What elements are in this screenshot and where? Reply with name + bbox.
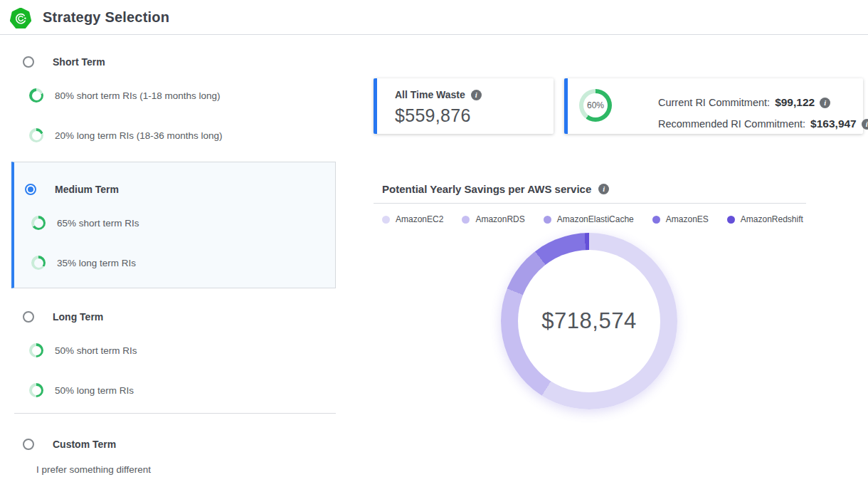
recommended-ri-commitment-row: Recommended RI Commitment: $163,947 i bbox=[658, 117, 868, 130]
custom-term-note: I prefer something different bbox=[36, 464, 151, 475]
legend-dot-icon bbox=[727, 216, 735, 224]
ri-line-value: $99,122 bbox=[775, 96, 815, 109]
legend-dot-icon bbox=[652, 216, 660, 224]
radio-option-medium-term[interactable]: Medium Term bbox=[25, 180, 119, 199]
progress-ring-icon bbox=[29, 128, 43, 142]
ri-line-value: $163,947 bbox=[810, 117, 857, 130]
app-logo-icon bbox=[10, 8, 31, 29]
strategy-detail-item: 35% long term RIs bbox=[31, 255, 136, 271]
progress-ring-icon bbox=[29, 343, 43, 357]
legend-dot-icon bbox=[462, 216, 470, 224]
ri-line-label: Current RI Commitment: bbox=[658, 97, 770, 108]
legend-item-amazonredshift[interactable]: AmazonRedshift bbox=[727, 214, 803, 224]
legend-dot-icon bbox=[544, 216, 551, 224]
legend-item-amazones[interactable]: AmazonES bbox=[652, 214, 709, 224]
strategy-detail-text: 50% long term RIs bbox=[55, 385, 134, 396]
strategy-detail-text: 20% long term RIs (18-36 months long) bbox=[55, 130, 223, 141]
chart-header: Potential Yearly Savings per AWS service… bbox=[382, 183, 609, 195]
radio-icon-long-term[interactable] bbox=[23, 311, 34, 323]
gauge-label: 60% bbox=[587, 100, 604, 110]
strategy-detail-item: 50% short term RIs bbox=[29, 342, 137, 358]
radio-option-short-term[interactable]: Short Term bbox=[23, 53, 105, 71]
progress-ring-icon bbox=[29, 383, 43, 397]
strategy-detail-item: 50% long term RIs bbox=[29, 382, 134, 398]
radio-option-custom-term[interactable]: Custom Term bbox=[23, 435, 116, 454]
term-label: Medium Term bbox=[55, 184, 119, 195]
ri-commitment-card: 60% Current RI Commitment: $99,122 i Rec… bbox=[564, 78, 863, 134]
strategy-detail-item: 20% long term RIs (18-36 months long) bbox=[29, 127, 223, 143]
legend-item-amazonec2[interactable]: AmazonEC2 bbox=[382, 214, 443, 224]
radio-icon-custom-term[interactable] bbox=[23, 439, 34, 450]
info-icon[interactable]: i bbox=[862, 119, 868, 130]
radio-icon-short-term[interactable] bbox=[23, 56, 34, 68]
strategy-detail-item: 65% short term RIs bbox=[31, 215, 139, 231]
strategy-detail-text: 80% short term RIs (1-18 months long) bbox=[55, 90, 221, 101]
info-icon[interactable]: i bbox=[820, 98, 830, 108]
info-icon[interactable]: i bbox=[598, 184, 609, 194]
divider bbox=[374, 203, 806, 204]
app-header: Strategy Selection bbox=[0, 0, 868, 35]
strategy-detail-item: 80% short term RIs (1-18 months long) bbox=[29, 88, 221, 103]
donut-center: $718,574 bbox=[518, 250, 660, 392]
term-label: Short Term bbox=[53, 56, 105, 68]
ri-line-label: Recommended RI Commitment: bbox=[658, 118, 805, 130]
legend-label: AmazonEC2 bbox=[396, 214, 443, 224]
legend-item-amazonrds[interactable]: AmazonRDS bbox=[462, 214, 524, 224]
chart-legend: AmazonEC2 AmazonRDS AmazonElastiCache Am… bbox=[382, 214, 780, 224]
info-icon[interactable]: i bbox=[471, 90, 482, 100]
waste-card-label: All Time Waste bbox=[395, 89, 465, 100]
savings-donut-chart: $718,574 bbox=[501, 233, 677, 409]
strategy-detail-text: 65% short term RIs bbox=[57, 218, 139, 229]
legend-dot-icon bbox=[382, 216, 390, 224]
all-time-waste-card: All Time Waste i $559,876 bbox=[374, 78, 554, 134]
current-ri-commitment-row: Current RI Commitment: $99,122 i bbox=[658, 96, 830, 109]
term-label: Long Term bbox=[53, 311, 103, 323]
donut-total-value: $718,574 bbox=[541, 308, 636, 334]
legend-label: AmazonElastiCache bbox=[557, 214, 634, 224]
progress-ring-icon bbox=[31, 256, 46, 270]
legend-item-amazonelasticache[interactable]: AmazonElastiCache bbox=[544, 214, 634, 224]
legend-label: AmazonRedshift bbox=[741, 214, 803, 224]
radio-option-long-term[interactable]: Long Term bbox=[23, 308, 103, 326]
page-title: Strategy Selection bbox=[43, 9, 169, 26]
chart-title: Potential Yearly Savings per AWS service bbox=[382, 183, 591, 195]
progress-ring-icon bbox=[29, 88, 43, 103]
divider bbox=[14, 413, 336, 414]
waste-card-value: $559,876 bbox=[395, 105, 471, 126]
legend-label: AmazonES bbox=[666, 214, 709, 224]
strategy-detail-text: 50% short term RIs bbox=[55, 345, 137, 356]
radio-selected-icon[interactable] bbox=[25, 184, 36, 195]
term-label: Custom Term bbox=[53, 439, 116, 450]
legend-label: AmazonRDS bbox=[475, 214, 524, 224]
strategy-detail-text: 35% long term RIs bbox=[57, 258, 136, 268]
progress-ring-icon bbox=[31, 216, 46, 230]
gauge-60-percent-icon: 60% bbox=[579, 89, 612, 122]
